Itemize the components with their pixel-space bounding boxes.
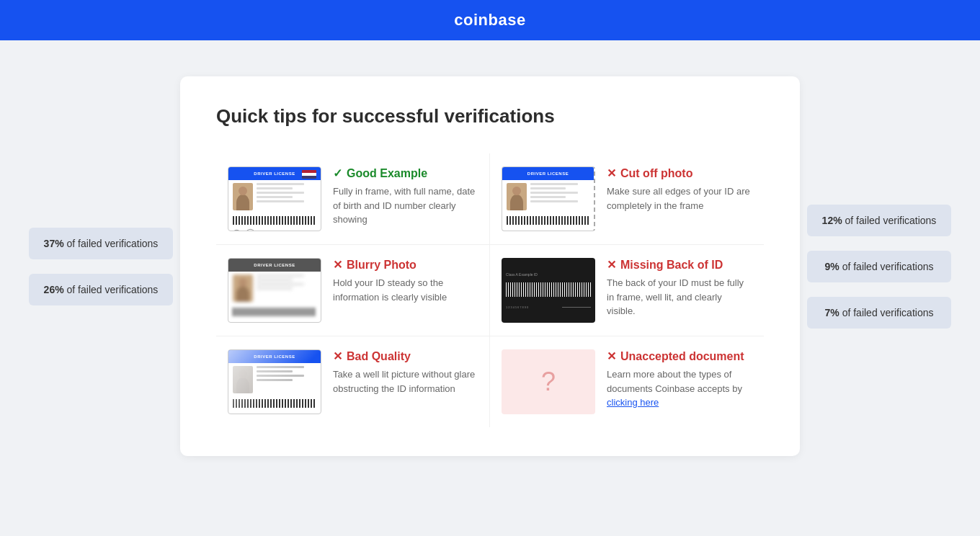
glare-overlay	[228, 350, 321, 414]
header: coinbase	[0, 0, 980, 40]
left-stats: 37% of failed verifications 26% of faile…	[29, 228, 173, 305]
question-mark-icon: ?	[541, 367, 556, 397]
tip-content-good: ✓ Good Example Fully in frame, with full…	[333, 166, 478, 227]
coinbase-logo: coinbase	[454, 11, 525, 30]
tip-content-bad-quality: ✕ Bad Quality Take a well lit picture wi…	[333, 349, 478, 396]
right-stat-3: 7% of failed verifications	[807, 297, 951, 329]
tip-cutoff: DRIVER LICENSE	[490, 153, 764, 245]
x-icon: ✕	[333, 349, 342, 363]
tip-title-unaccepted: ✕ Unaccepted document	[607, 349, 752, 363]
left-stat-2: 26% of failed verifications	[29, 274, 173, 305]
id-mockup-cutoff: DRIVER LICENSE	[502, 166, 595, 231]
id-flag	[302, 170, 316, 179]
tip-desc-unaccepted: Learn more about the types of documents …	[607, 367, 752, 410]
tip-title-missing-back: ✕ Missing Back of ID	[607, 258, 752, 272]
tip-content-missing-back: ✕ Missing Back of ID The back of your ID…	[607, 258, 752, 318]
left-stat-1: 37% of failed verifications	[29, 228, 173, 259]
tip-content-cutoff: ✕ Cut off photo Make sure all edges of y…	[607, 166, 752, 213]
tip-title-blurry: ✕ Blurry Photo	[333, 258, 478, 272]
right-stat-2: 9% of failed verifications	[807, 251, 951, 282]
tip-title-bad-quality: ✕ Bad Quality	[333, 349, 478, 363]
id-photo	[233, 183, 253, 210]
id-signature	[233, 228, 254, 231]
tip-missing-back: Class A Example ID 1234567890 ✕ Missing …	[490, 245, 764, 336]
id-mockup-badquality: DRIVER LICENSE	[228, 349, 321, 414]
tip-bad-quality: DRIVER LICENSE ✕	[216, 336, 490, 427]
tips-card: Quick tips for successful verifications …	[180, 76, 800, 456]
id-mockup-blurry: DRIVER LICENSE	[228, 258, 321, 323]
tip-desc-cutoff: Make sure all edges of your ID are compl…	[607, 184, 752, 213]
tip-good-example: DRIVER LICENSE	[216, 153, 490, 245]
right-stats: 12% of failed verifications 9% of failed…	[807, 205, 951, 329]
id-mockup-back: Class A Example ID 1234567890	[502, 258, 595, 323]
tip-desc-blurry: Hold your ID steady so the information i…	[333, 276, 478, 304]
x-icon: ✕	[607, 166, 616, 180]
tip-desc-bad-quality: Take a well lit picture without glare ob…	[333, 367, 478, 396]
x-icon: ✕	[607, 349, 616, 363]
clicking-here-link[interactable]: clicking here	[607, 397, 659, 408]
x-icon: ✕	[607, 258, 616, 272]
tip-content-unaccepted: ✕ Unaccepted document Learn more about t…	[607, 349, 752, 410]
id-barcode	[233, 216, 316, 225]
main-content: 37% of failed verifications 26% of faile…	[0, 40, 980, 492]
id-mockup-unaccepted: ?	[502, 349, 595, 414]
tip-desc-missing-back: The back of your ID must be fully in fra…	[607, 276, 752, 318]
tip-blurry: DRIVER LICENSE ✕	[216, 245, 490, 336]
x-icon: ✕	[333, 258, 342, 272]
tips-grid: DRIVER LICENSE	[216, 153, 764, 427]
card-title: Quick tips for successful verifications	[216, 105, 764, 128]
id-body	[228, 180, 321, 213]
check-icon: ✓	[333, 166, 342, 180]
tip-unaccepted: ? ✕ Unaccepted document Learn more about…	[490, 336, 764, 427]
right-stat-1: 12% of failed verifications	[807, 205, 951, 236]
tip-title-good: ✓ Good Example	[333, 166, 478, 180]
tip-content-blurry: ✕ Blurry Photo Hold your ID steady so th…	[333, 258, 478, 304]
id-info	[257, 183, 316, 210]
tip-title-cutoff: ✕ Cut off photo	[607, 166, 752, 180]
tip-desc-good: Fully in frame, with full name, date of …	[333, 184, 478, 227]
id-mockup-good: DRIVER LICENSE	[228, 166, 321, 231]
